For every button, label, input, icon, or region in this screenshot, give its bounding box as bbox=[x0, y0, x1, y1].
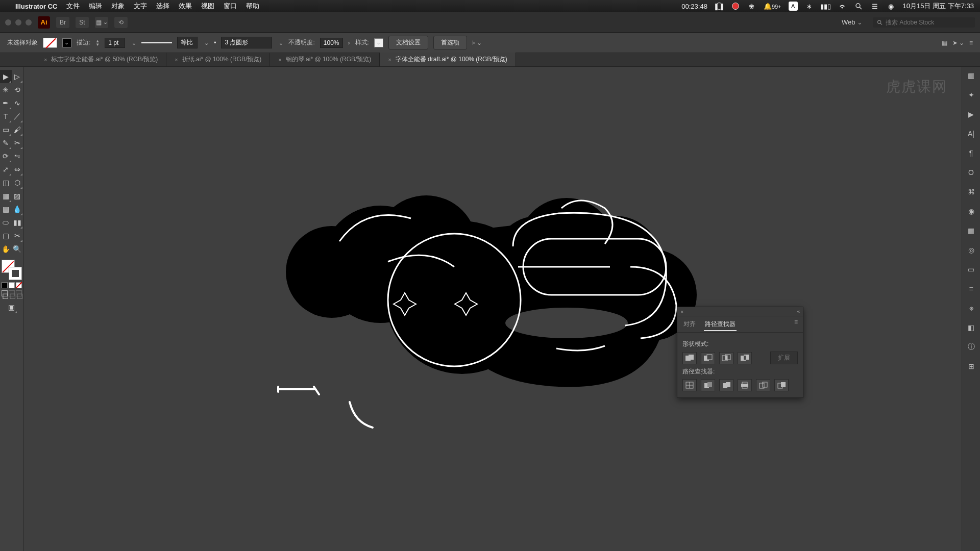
panel-close-icon[interactable]: × bbox=[680, 309, 683, 315]
input-source-icon[interactable]: A bbox=[789, 2, 798, 11]
fill-stroke-indicator[interactable] bbox=[2, 260, 22, 280]
close-tab-icon[interactable]: × bbox=[388, 57, 391, 63]
divide-button[interactable] bbox=[682, 379, 697, 391]
preferences-button[interactable]: 首选项 bbox=[433, 36, 467, 49]
fill-swatch[interactable] bbox=[43, 38, 57, 48]
stroke-weight-stepper[interactable]: ▲▼ bbox=[95, 39, 100, 46]
direct-selection-tool[interactable]: ▷ bbox=[12, 70, 23, 83]
draw-behind-button[interactable]: ◻ bbox=[9, 290, 15, 296]
scale-tool[interactable]: ⤢ bbox=[0, 163, 12, 176]
brushes-panel-icon[interactable]: ⎈ bbox=[966, 303, 977, 314]
panel-collapse-icon[interactable]: « bbox=[797, 309, 800, 314]
panel-menu-icon[interactable]: ≡ bbox=[969, 39, 973, 46]
gradient-mode-button[interactable] bbox=[9, 282, 15, 288]
menu-view[interactable]: 视图 bbox=[201, 2, 214, 11]
magic-wand-tool[interactable]: ✳ bbox=[0, 83, 12, 96]
swatches-panel-icon[interactable]: ▦ bbox=[966, 225, 977, 236]
slice-tool[interactable]: ✂ bbox=[12, 229, 23, 242]
width-tool[interactable]: ⇔ bbox=[12, 163, 23, 176]
spotlight-icon[interactable] bbox=[854, 2, 863, 11]
menu-help[interactable]: 帮助 bbox=[246, 2, 259, 11]
properties-panel-icon[interactable]: ▥ bbox=[966, 70, 977, 81]
control-center-icon[interactable]: ☰ bbox=[870, 2, 879, 11]
document-tab[interactable]: ×折纸.ai* @ 100% (RGB/预览) bbox=[166, 53, 270, 66]
stroke-panel-icon[interactable]: ≡ bbox=[966, 283, 977, 294]
menu-file[interactable]: 文件 bbox=[66, 2, 80, 11]
expand-button[interactable]: 扩展 bbox=[770, 352, 798, 364]
stroke-weight-dropdown[interactable] bbox=[130, 39, 136, 46]
record-icon[interactable] bbox=[731, 2, 740, 11]
unite-button[interactable] bbox=[682, 352, 697, 364]
adobe-stock-search-input[interactable] bbox=[886, 19, 971, 26]
eyedropper-tool[interactable]: 💧 bbox=[12, 203, 23, 216]
symbols-panel-icon[interactable]: ▭ bbox=[966, 264, 977, 275]
adobe-stock-search[interactable] bbox=[873, 17, 975, 28]
layers-panel-icon[interactable]: ◧ bbox=[966, 322, 977, 333]
menubar-clock[interactable]: 10月15日 周五 下午7:33 bbox=[903, 2, 974, 11]
minus-front-button[interactable] bbox=[701, 352, 715, 364]
hand-tool[interactable]: ✋ bbox=[0, 242, 12, 256]
pause-icon[interactable]: ❚❚ bbox=[715, 2, 724, 11]
curvature-tool[interactable]: ∿ bbox=[12, 96, 23, 110]
rotate-tool[interactable]: ⟳ bbox=[0, 149, 12, 163]
pathfinder-panel[interactable]: × « 对齐 路径查找器 ≡ 形状模式: 扩展 路径查找器: bbox=[677, 307, 803, 398]
wifi-icon[interactable] bbox=[838, 2, 847, 11]
close-tab-icon[interactable]: × bbox=[175, 57, 178, 63]
blend-tool[interactable]: ⬭ bbox=[0, 216, 12, 229]
exclude-button[interactable] bbox=[738, 352, 752, 364]
bluetooth-icon[interactable]: ∗ bbox=[805, 2, 814, 11]
crop-button[interactable] bbox=[738, 379, 752, 391]
opacity-dropdown[interactable]: › bbox=[348, 39, 350, 46]
pen-tool[interactable]: ✒ bbox=[0, 96, 12, 110]
minus-back-button[interactable] bbox=[774, 379, 789, 391]
stroke-profile-field[interactable]: 等比 bbox=[177, 37, 198, 48]
battery-icon[interactable]: ▮▮▯ bbox=[821, 2, 830, 11]
siri-icon[interactable]: ◉ bbox=[887, 2, 896, 11]
brush-definition-dropdown[interactable] bbox=[277, 39, 283, 46]
bridge-icon[interactable]: Br bbox=[56, 17, 69, 28]
reflect-tool[interactable]: ⇋ bbox=[12, 149, 23, 163]
draw-normal-button[interactable]: ◻ bbox=[2, 290, 8, 296]
zoom-tool[interactable]: 🔍 bbox=[12, 242, 23, 256]
menu-select[interactable]: 选择 bbox=[156, 2, 169, 11]
document-setup-button[interactable]: 文档设置 bbox=[388, 36, 428, 49]
perspective-grid-tool[interactable]: ▦ bbox=[0, 189, 12, 203]
menu-type[interactable]: 文字 bbox=[134, 2, 147, 11]
pathfinder-tab[interactable]: 路径查找器 bbox=[704, 318, 737, 331]
outline-button[interactable] bbox=[756, 379, 770, 391]
column-graph-tool[interactable]: ▮▮ bbox=[12, 216, 23, 229]
paintbrush-tool[interactable]: 🖌 bbox=[12, 123, 23, 136]
character-panel-icon[interactable]: A| bbox=[966, 128, 977, 139]
stock-icon[interactable]: St bbox=[76, 17, 89, 28]
gradient-tool[interactable]: ▤ bbox=[0, 203, 12, 216]
menu-effect[interactable]: 效果 bbox=[179, 2, 192, 11]
paragraph-panel-icon[interactable]: ¶ bbox=[966, 147, 977, 159]
align-tab[interactable]: 对齐 bbox=[682, 318, 697, 331]
transform-panel-icon[interactable]: ▦ bbox=[942, 39, 947, 46]
links-panel-icon[interactable]: ⌘ bbox=[966, 186, 977, 197]
scissors-tool[interactable]: ✂ bbox=[12, 136, 23, 149]
screen-mode-button[interactable]: ▣ bbox=[6, 300, 17, 314]
align-panel-icon[interactable]: ⊞ bbox=[966, 361, 977, 372]
shape-builder-tool[interactable]: ⬡ bbox=[12, 176, 23, 189]
selection-tool[interactable]: ▶ bbox=[0, 70, 12, 83]
shaper-tool[interactable]: ✎ bbox=[0, 136, 12, 149]
app-name[interactable]: Illustrator CC bbox=[15, 3, 57, 10]
opacity-field[interactable]: 100% bbox=[320, 38, 343, 48]
merge-button[interactable] bbox=[719, 379, 733, 391]
stroke-indicator[interactable] bbox=[9, 267, 22, 280]
intersect-button[interactable] bbox=[719, 352, 733, 364]
close-tab-icon[interactable]: × bbox=[278, 57, 281, 63]
brush-definition-field[interactable]: 3 点圆形 bbox=[221, 37, 272, 48]
artboard-tool[interactable]: ▢ bbox=[0, 229, 12, 242]
close-tab-icon[interactable]: × bbox=[44, 57, 47, 63]
menu-window[interactable]: 窗口 bbox=[224, 2, 237, 11]
isolate-icon[interactable]: ➤ ⌄ bbox=[952, 39, 964, 46]
opentype-panel-icon[interactable]: O bbox=[966, 167, 977, 178]
asset-export-panel-icon[interactable]: ⓘ bbox=[966, 341, 977, 353]
gpu-preview-icon[interactable]: ⟲ bbox=[114, 17, 128, 28]
color-mode-button[interactable] bbox=[2, 282, 8, 288]
actions-panel-icon[interactable]: ▶ bbox=[966, 109, 977, 120]
color-guide-panel-icon[interactable]: ◎ bbox=[966, 244, 977, 256]
workspace-switcher[interactable]: Web bbox=[838, 17, 867, 27]
